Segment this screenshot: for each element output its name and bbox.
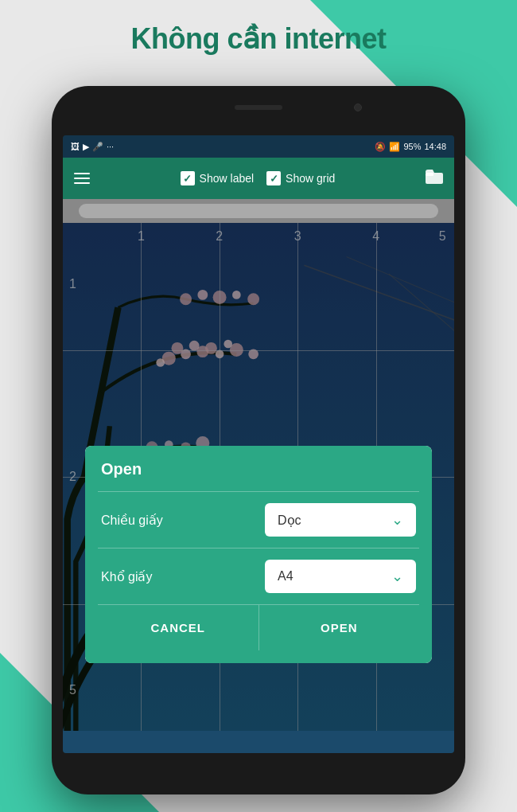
- status-bar: 🖼 ▶ 🎤 ··· 🔕 📶 95% 14:48: [63, 135, 454, 158]
- show-grid-check-icon: ✓: [270, 173, 278, 185]
- show-grid-checkbox-box: ✓: [266, 171, 281, 185]
- orientation-label: Chiều giấy: [101, 513, 163, 528]
- dots-icon: ···: [107, 142, 114, 151]
- orientation-select[interactable]: Dọc ⌄: [265, 503, 416, 537]
- dialog-overlay: Open Chiều giấy Dọc ⌄ K: [63, 223, 454, 731]
- show-label-checkbox-box: ✓: [181, 171, 195, 185]
- dialog-buttons: CANCEL OPEN: [98, 604, 419, 650]
- paper-size-row: Khổ giấy A4 ⌄: [98, 548, 419, 604]
- show-label-check-icon: ✓: [183, 173, 192, 185]
- grid-area: 1 2 3 4 5 1 2 5 Open Chiều giấy: [63, 223, 454, 731]
- hamburger-line-1: [74, 173, 90, 174]
- hamburger-menu-button[interactable]: [74, 173, 90, 184]
- phone-speaker: [235, 105, 282, 110]
- chevron-down-icon: ⌄: [391, 511, 403, 529]
- mute-icon: 🔕: [375, 142, 386, 152]
- toolbar-checkboxes: ✓ Show label ✓ Show grid: [101, 171, 414, 185]
- hamburger-line-3: [74, 182, 90, 184]
- status-bar-left: 🖼 ▶ 🎤 ···: [71, 142, 114, 152]
- show-grid-checkbox[interactable]: ✓ Show grid: [266, 171, 335, 185]
- dialog-header: Open: [85, 446, 432, 491]
- show-label-checkbox[interactable]: ✓ Show label: [181, 171, 255, 185]
- status-bar-right: 🔕 📶 95% 14:48: [375, 142, 446, 152]
- scrollbar-area[interactable]: [63, 199, 454, 223]
- open-button[interactable]: OPEN: [259, 605, 420, 650]
- open-dialog: Open Chiều giấy Dọc ⌄ K: [85, 446, 432, 663]
- chevron-down-icon-2: ⌄: [391, 568, 403, 585]
- app-toolbar: ✓ Show label ✓ Show grid: [63, 158, 454, 199]
- time-display: 14:48: [424, 142, 446, 151]
- folder-button[interactable]: [426, 170, 443, 188]
- orientation-value: Dọc: [278, 513, 301, 528]
- dialog-title: Open: [101, 460, 416, 478]
- phone-camera: [354, 103, 362, 111]
- page-title: Không cần internet: [0, 22, 517, 56]
- phone-screen: 🖼 ▶ 🎤 ··· 🔕 📶 95% 14:48: [63, 135, 454, 753]
- dialog-body: Chiều giấy Dọc ⌄ Khổ giấy A4 ⌄: [85, 491, 432, 663]
- svg-rect-1: [426, 173, 433, 176]
- orientation-row: Chiều giấy Dọc ⌄: [98, 491, 419, 548]
- battery-text: 95%: [403, 142, 421, 151]
- paper-size-select[interactable]: A4 ⌄: [265, 560, 416, 593]
- show-label-text: Show label: [200, 172, 255, 185]
- scrollbar-handle: [79, 204, 438, 218]
- phone-frame: 🖼 ▶ 🎤 ··· 🔕 📶 95% 14:48: [52, 86, 465, 794]
- mic-icon: 🎤: [92, 142, 103, 152]
- play-icon: ▶: [83, 142, 89, 152]
- gallery-icon: 🖼: [71, 142, 80, 151]
- signal-icon: 📶: [389, 142, 400, 152]
- cancel-button[interactable]: CANCEL: [98, 605, 259, 650]
- paper-size-label: Khổ giấy: [101, 569, 152, 584]
- hamburger-line-2: [74, 178, 90, 179]
- show-grid-text: Show grid: [286, 172, 335, 185]
- paper-size-value: A4: [278, 569, 293, 584]
